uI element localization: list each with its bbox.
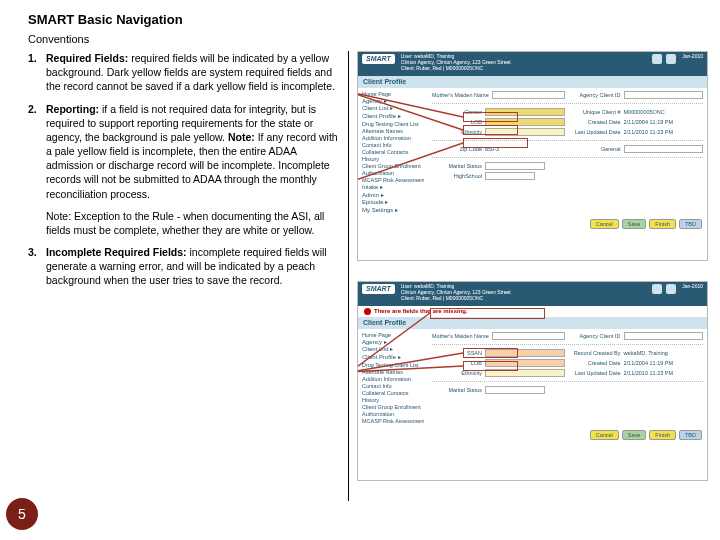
field-peach[interactable]: [485, 359, 565, 367]
nav-item[interactable]: Home Page: [362, 332, 424, 338]
conventions-text-column: 1. Required Fields: required fields will…: [28, 51, 348, 501]
field-label: Created Date: [571, 119, 621, 125]
field-label: Last Updated Date: [571, 129, 621, 135]
print-icon[interactable]: [652, 284, 662, 294]
nav-item[interactable]: Alternate Names: [362, 128, 424, 134]
item-number: 2.: [28, 102, 46, 201]
warning-banner: There are fields that are missing.: [358, 306, 707, 317]
nav-item[interactable]: Home Page: [362, 91, 424, 97]
cancel-button[interactable]: Cancel: [590, 430, 619, 440]
save-button[interactable]: Save: [622, 219, 647, 229]
hdr-client: Client: Ruber, Red | M00000005ONC: [401, 296, 646, 302]
nav-item[interactable]: Admin ▸: [362, 192, 424, 199]
field-value: 2/11/2004 11:19 PM: [624, 119, 674, 125]
field-label: Agency Client ID: [571, 92, 621, 98]
field-label: Marital Status: [432, 163, 482, 169]
nav-item[interactable]: History: [362, 397, 424, 403]
nav-item[interactable]: Episode ▸: [362, 199, 424, 206]
field-label: Mother's Maiden Name: [432, 92, 489, 98]
print-icon[interactable]: [652, 54, 662, 64]
list-item: 1. Required Fields: required fields will…: [28, 51, 338, 94]
nav-item[interactable]: Client List ▸: [362, 105, 424, 112]
field-dark-yellow[interactable]: [485, 108, 565, 116]
field-value: webaMD, Training: [624, 350, 668, 356]
save-button[interactable]: Save: [622, 430, 647, 440]
field-input[interactable]: [492, 332, 565, 340]
app-screenshot-bottom: SMART User: webaMD, Training Clinton Age…: [357, 281, 708, 481]
field-pale-yellow[interactable]: [485, 369, 565, 377]
nav-item[interactable]: Authorization: [362, 170, 424, 176]
form-area: Mother's Maiden Name Agency Client ID Ca…: [428, 88, 707, 217]
item-heading: Required Fields:: [46, 52, 128, 64]
section-bar: Client Profile: [358, 317, 707, 329]
item-heading: Reporting:: [46, 103, 99, 115]
nav-item[interactable]: Client Profile ▸: [362, 354, 424, 361]
field-input[interactable]: [485, 172, 535, 180]
list-item: 3. Incomplete Required Fields: incomplet…: [28, 245, 338, 288]
nav-item[interactable]: MCASP Risk Assessment: [362, 418, 424, 424]
nav-item[interactable]: Client Profile ▸: [362, 113, 424, 120]
field-value: M00000005ONC: [624, 109, 665, 115]
field-label: SSAN: [432, 350, 482, 356]
warning-text: There are fields that are missing.: [374, 308, 468, 315]
note-label: Note:: [228, 131, 255, 143]
tbd-button[interactable]: TBD: [679, 219, 702, 229]
nav-item[interactable]: History: [362, 156, 424, 162]
field-dark-yellow[interactable]: [485, 118, 565, 126]
field-label: Zip Code: [432, 146, 482, 152]
field-label: LOB: [432, 119, 482, 125]
nav-item[interactable]: Client List ▸: [362, 346, 424, 353]
field-select[interactable]: [485, 162, 545, 170]
nav-item[interactable]: Alternate Names: [362, 369, 424, 375]
nav-item[interactable]: Contact Info: [362, 383, 424, 389]
page-title: SMART Basic Navigation: [28, 12, 720, 27]
hdr-client: Client: Ruber, Red | M00000005ONC: [401, 66, 646, 72]
field-label: Record Created By: [571, 350, 621, 356]
field-label: Created Date: [571, 360, 621, 366]
field-input[interactable]: [624, 91, 704, 99]
finish-button[interactable]: Finish: [649, 219, 676, 229]
nav-item[interactable]: Agency ▸: [362, 339, 424, 346]
field-value: 2/11/2010 11:23 PM: [624, 370, 674, 376]
page-number-badge: 5: [6, 498, 38, 530]
field-peach[interactable]: [485, 349, 565, 357]
field-input[interactable]: [492, 91, 565, 99]
nav-item[interactable]: Addition Information: [362, 376, 424, 382]
nav-item[interactable]: Collateral Contacts: [362, 390, 424, 396]
nav-item[interactable]: Intake ▸: [362, 184, 424, 191]
nav-item[interactable]: Drug Testing Client List: [362, 121, 424, 127]
nav-item[interactable]: Authorization: [362, 411, 424, 417]
left-nav: Home Page Agency ▸ Client List ▸ Client …: [358, 88, 428, 217]
field-select[interactable]: [485, 386, 545, 394]
cancel-button[interactable]: Cancel: [590, 219, 619, 229]
nav-item[interactable]: My Settings ▸: [362, 207, 424, 214]
field-input[interactable]: [624, 332, 704, 340]
app-logo: SMART: [362, 54, 395, 64]
help-icon[interactable]: [666, 284, 676, 294]
field-label: Ethnicity: [432, 370, 482, 376]
finish-button[interactable]: Finish: [649, 430, 676, 440]
nav-item[interactable]: Client Group Enrollment: [362, 163, 424, 169]
hdr-date: Jan-2010: [682, 284, 703, 290]
nav-item[interactable]: Drug Testing Client List: [362, 362, 424, 368]
nav-item[interactable]: Addition Information: [362, 135, 424, 141]
left-nav: Home Page Agency ▸ Client List ▸ Client …: [358, 329, 428, 427]
nav-item[interactable]: MCASP Risk Assessment: [362, 177, 424, 183]
field-pale-yellow[interactable]: [485, 128, 565, 136]
screenshot-column: SMART User: webaMD, Training Clinton Age…: [348, 51, 708, 501]
nav-item[interactable]: Client Group Enrollment: [362, 404, 424, 410]
section-bar: Client Profile: [358, 76, 707, 88]
field-label: Ethnicity: [432, 129, 482, 135]
nav-item[interactable]: Collateral Contacts: [362, 149, 424, 155]
help-icon[interactable]: [666, 54, 676, 64]
list-item: 2. Reporting: if a field is not required…: [28, 102, 338, 201]
field-label: Unique Client #: [571, 109, 621, 115]
field-select[interactable]: [624, 145, 704, 153]
nav-item[interactable]: Agency ▸: [362, 98, 424, 105]
nav-item[interactable]: Contact Info: [362, 142, 424, 148]
tbd-button[interactable]: TBD: [679, 430, 702, 440]
item-number: 1.: [28, 51, 46, 94]
item-number: 3.: [28, 245, 46, 288]
field-label: Agency Client ID: [571, 333, 621, 339]
warning-icon: [364, 308, 371, 315]
